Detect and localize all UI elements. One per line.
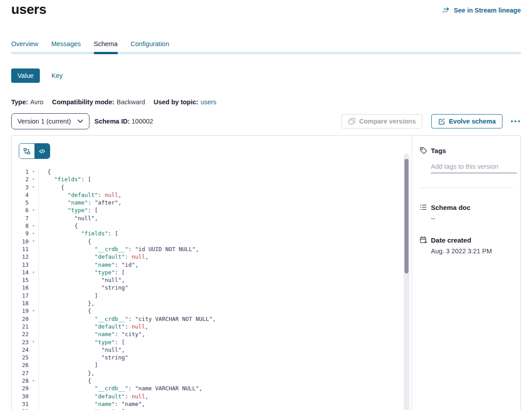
code-line-text: "type": [ <box>38 269 125 276</box>
fold-arrow-icon[interactable] <box>32 186 35 188</box>
code-line-text: { <box>38 307 91 315</box>
line-number: 19 <box>12 307 29 315</box>
schema-id-value: 100002 <box>132 118 153 125</box>
line-number: 7 <box>12 214 29 222</box>
schema-card: 1{2 "fields": [3 {4 "default": null,5 "n… <box>11 135 521 410</box>
code-line: 8 { <box>12 222 412 230</box>
code-line-text: "null", <box>38 346 125 354</box>
fold-arrow-icon[interactable] <box>32 272 35 273</box>
fold-gutter <box>29 233 38 235</box>
fold-gutter <box>29 209 38 211</box>
fold-arrow-icon[interactable] <box>32 209 35 211</box>
tab-schema[interactable]: Schema <box>94 40 118 48</box>
code-line-text: "fields": [ <box>38 230 118 237</box>
line-number: 30 <box>12 393 29 400</box>
line-number: 26 <box>12 361 29 369</box>
tab-messages[interactable]: Messages <box>51 40 81 48</box>
tree-view-button[interactable] <box>19 144 34 158</box>
stream-lineage-link[interactable]: See in Stream lineage <box>443 7 521 14</box>
fold-arrow-icon[interactable] <box>32 233 35 235</box>
line-number: 1 <box>12 168 29 175</box>
fold-arrow-icon[interactable] <box>32 225 35 227</box>
doc-list-icon <box>419 203 427 211</box>
tag-icon <box>419 146 427 154</box>
line-number: 5 <box>12 199 29 206</box>
code-line: 17 ] <box>12 292 412 299</box>
code-line-text: { <box>38 184 64 191</box>
code-line-text: ] <box>38 361 98 369</box>
code-line-text: }, <box>38 369 94 377</box>
line-number: 23 <box>12 338 29 346</box>
tree-view-icon <box>23 148 30 155</box>
code-line-text: "default": null, <box>38 393 149 400</box>
date-created-value: Aug. 3 2022 3:21 PM <box>431 248 515 255</box>
code-line: 14 "type": [ <box>12 269 412 276</box>
code-line: 15 "null", <box>12 276 412 284</box>
tags-input[interactable] <box>431 163 517 170</box>
line-number: 27 <box>12 369 29 377</box>
used-by-topic-label: Used by topic: <box>153 98 198 106</box>
line-number: 15 <box>12 276 29 284</box>
code-line: 2 "fields": [ <box>12 175 412 183</box>
line-number: 31 <box>12 400 29 408</box>
code-line-text: "type": [ <box>38 408 125 410</box>
version-select[interactable]: Version 1 (current) <box>11 113 89 129</box>
code-line: 24 "null", <box>12 346 412 354</box>
stream-lineage-icon <box>443 7 451 13</box>
fold-gutter <box>29 186 38 188</box>
code-line: 3 { <box>12 184 412 191</box>
version-toolbar: Version 1 (current) Schema ID: 100002 Co… <box>11 113 521 129</box>
evolve-schema-button[interactable]: Evolve schema <box>431 114 502 128</box>
line-number: 14 <box>12 269 29 276</box>
schema-meta-row: Type:Avro Compatibility mode:Backward Us… <box>11 98 217 106</box>
gutter-divider <box>38 168 39 410</box>
fold-arrow-icon[interactable] <box>32 310 35 312</box>
tab-overview[interactable]: Overview <box>11 40 38 48</box>
line-number: 24 <box>12 346 29 354</box>
schema-editor: 1{2 "fields": [3 {4 "default": null,5 "n… <box>12 136 412 410</box>
code-line-text: { <box>38 168 51 175</box>
code-line: 31 "name": "name", <box>12 400 412 408</box>
code-line: 18 }, <box>12 299 412 307</box>
line-number: 6 <box>12 206 29 214</box>
code-line-text: "fields": [ <box>38 175 91 183</box>
code-line: 10 { <box>12 238 412 245</box>
code-line: 25 "string" <box>12 354 412 361</box>
code-line: 5 "name": "after", <box>12 199 412 206</box>
tab-bar: Overview Messages Schema Configuration <box>11 40 169 48</box>
code-line: 23 "type": [ <box>12 338 412 346</box>
more-actions-menu[interactable] <box>510 118 521 125</box>
fold-arrow-icon[interactable] <box>32 240 35 242</box>
compare-versions-button[interactable]: Compare versions <box>341 114 423 128</box>
code-line: 11 "__crdb__": "id UUID NOT NULL", <box>12 245 412 253</box>
code-line-text: "null", <box>38 276 125 284</box>
code-view-button[interactable] <box>34 144 50 158</box>
fold-arrow-icon[interactable] <box>32 171 35 173</box>
code-line: 27 }, <box>12 369 412 377</box>
line-number: 4 <box>12 191 29 199</box>
fold-arrow-icon[interactable] <box>32 179 35 180</box>
editor-view-toggle <box>19 143 50 159</box>
editor-scrollbar-thumb[interactable] <box>404 159 409 273</box>
code-line: 22 "name": "city", <box>12 330 412 338</box>
calendar-icon <box>419 236 427 244</box>
line-number: 20 <box>12 315 29 323</box>
fold-arrow-icon[interactable] <box>32 341 35 343</box>
topic-link[interactable]: users <box>200 98 216 106</box>
line-number: 13 <box>12 261 29 269</box>
key-toggle-button[interactable]: Key <box>51 72 63 79</box>
code-line-text: "null", <box>38 214 98 222</box>
code-line: 26 ] <box>12 361 412 369</box>
code-line-text: { <box>38 377 91 384</box>
fold-arrow-icon[interactable] <box>32 380 35 382</box>
code-line: 19 { <box>12 307 412 315</box>
tab-underline-track <box>11 52 521 54</box>
schema-sidebar: Tags Schema doc -- <box>412 136 520 410</box>
schema-doc-section-header: Schema doc <box>419 203 515 211</box>
code-line-text: ] <box>38 292 98 299</box>
code-line-text: { <box>38 222 78 230</box>
value-toggle-button[interactable]: Value <box>11 68 40 83</box>
code-line-text: "name": "city", <box>38 330 145 338</box>
code-line-text: "__crdb__": "id UUID NOT NULL", <box>38 245 199 253</box>
tab-configuration[interactable]: Configuration <box>131 40 169 48</box>
